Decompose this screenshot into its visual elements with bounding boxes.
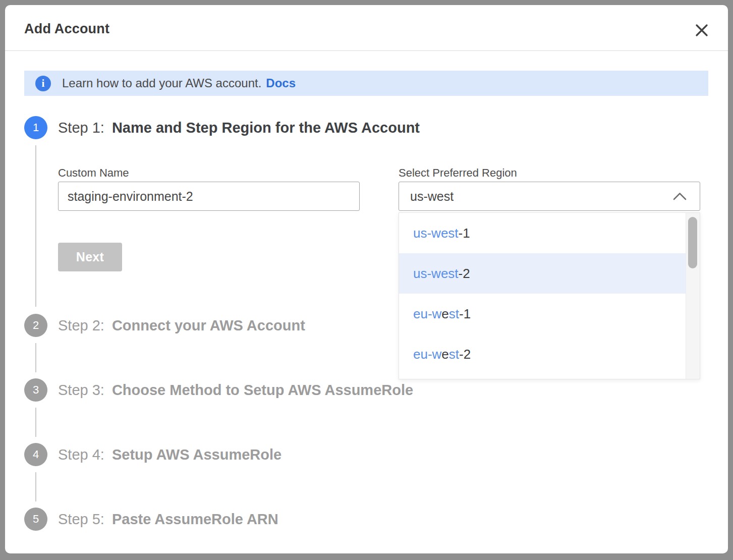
step-1-title: Name and Step Region for the AWS Account (112, 120, 420, 136)
step-connector-3 (35, 408, 36, 437)
docs-link[interactable]: Docs (266, 76, 296, 90)
step-connector-4 (35, 472, 36, 501)
custom-name-label: Custom Name (58, 166, 129, 180)
chevron-up-icon[interactable] (673, 192, 687, 200)
step-5-title: Paste AssumeRole ARN (112, 511, 278, 527)
region-select[interactable]: us-west (399, 182, 700, 211)
step-4-title: Setup AWS AssumeRole (112, 446, 281, 463)
step-2-badge: 2 (24, 314, 47, 337)
step-1-text: Step 1:Name and Step Region for the AWS … (58, 120, 420, 136)
option-text-segment: st (449, 306, 459, 322)
page-title: Add Account (24, 21, 109, 37)
step-2-prefix: Step 2: (58, 317, 104, 333)
step-4-badge: 4 (24, 443, 47, 466)
step-1-badge: 1 (24, 116, 47, 139)
step-4-prefix: Step 4: (58, 446, 104, 463)
close-button[interactable] (691, 19, 713, 41)
region-dropdown: us-west-1us-west-2eu-west-1eu-west-2 (399, 212, 700, 379)
info-icon: i (35, 76, 51, 91)
region-option-eu-west-1[interactable]: eu-west-1 (399, 294, 686, 334)
step-2-header: 2 Step 2:Connect your AWS Account (24, 314, 305, 337)
dropdown-scrollbar[interactable] (686, 213, 700, 379)
step-3-title: Choose Method to Setup AWS AssumeRole (112, 382, 413, 398)
custom-name-input[interactable] (58, 182, 360, 211)
step-2-title: Connect your AWS Account (112, 317, 305, 333)
option-text-segment: -2 (459, 347, 471, 362)
add-account-modal: Add Account i Learn how to add your AWS … (5, 5, 728, 553)
scrollbar-thumb[interactable] (688, 217, 697, 268)
region-option-eu-west-2[interactable]: eu-west-2 (399, 334, 686, 374)
step-1-prefix: Step 1: (58, 120, 104, 136)
close-icon (695, 24, 708, 37)
step-5-text: Step 5:Paste AssumeRole ARN (58, 511, 278, 528)
option-text-segment: us-west (413, 226, 459, 241)
option-text-segment: -1 (459, 306, 471, 322)
step-5-prefix: Step 5: (58, 511, 104, 527)
option-text-segment: -2 (459, 266, 470, 282)
region-option-us-west-2[interactable]: us-west-2 (399, 253, 686, 294)
step-2-text: Step 2:Connect your AWS Account (58, 317, 305, 334)
option-text-segment: e (441, 306, 448, 322)
step-connector-2 (35, 343, 36, 372)
step-4-text: Step 4:Setup AWS AssumeRole (58, 446, 281, 463)
option-text-segment: st (449, 347, 459, 362)
next-button[interactable]: Next (58, 243, 122, 271)
docs-info-banner: i Learn how to add your AWS account. Doc… (24, 71, 708, 96)
header-divider (5, 50, 728, 51)
region-select-value: us-west (410, 189, 673, 204)
step-connector-1 (35, 145, 36, 307)
region-option-list: us-west-1us-west-2eu-west-1eu-west-2 (399, 213, 686, 379)
step-3-badge: 3 (24, 378, 47, 402)
option-text-segment: eu-w (413, 347, 441, 362)
banner-text: Learn how to add your AWS account. (62, 76, 261, 90)
option-text-segment: eu-w (413, 306, 441, 322)
step-4-header: 4 Step 4:Setup AWS AssumeRole (24, 443, 281, 466)
step-5-header: 5 Step 5:Paste AssumeRole ARN (24, 508, 278, 531)
option-text-segment: e (441, 347, 448, 362)
option-text-segment: us-west (413, 266, 459, 282)
option-text-segment: -1 (459, 226, 470, 241)
step-3-text: Step 3:Choose Method to Setup AWS Assume… (58, 382, 413, 399)
region-label: Select Preferred Region (399, 166, 517, 180)
step-3-header: 3 Step 3:Choose Method to Setup AWS Assu… (24, 378, 413, 402)
region-option-us-west-1[interactable]: us-west-1 (399, 213, 686, 253)
step-1-header: 1 Step 1:Name and Step Region for the AW… (24, 116, 420, 139)
step-3-prefix: Step 3: (58, 382, 104, 398)
step-5-badge: 5 (24, 508, 47, 531)
